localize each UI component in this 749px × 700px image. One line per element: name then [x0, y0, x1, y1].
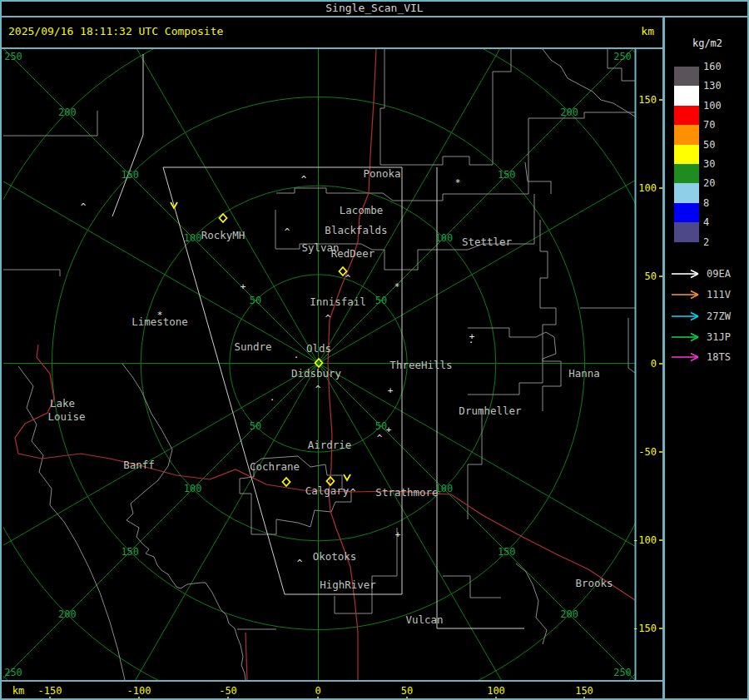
scale-color-swatch: [674, 222, 699, 241]
ring-label: 200: [560, 608, 578, 620]
town-marker: ^: [297, 558, 303, 568]
town-marker: *: [394, 281, 400, 292]
city-label: Brooks: [575, 577, 613, 589]
window-title: Single_Scan_VIL: [2, 2, 747, 17]
bottom-axis-label: 50: [401, 685, 413, 697]
radar-viewer-window: Single_Scan_VIL 2025/09/16 18:11:32 UTC …: [0, 0, 749, 700]
scale-color-swatch: [674, 67, 699, 86]
scale-color-swatch: [674, 145, 699, 164]
scale-tick-label: 50: [703, 139, 715, 151]
ring-label: 250: [613, 51, 632, 62]
right-axis-unit-label: km: [641, 25, 654, 37]
radar-arrow-icon: [670, 311, 703, 321]
scale-tick-label: 8: [703, 197, 709, 209]
legend-panel: kg/m2 16013010070503020842 09EA111V27ZW3…: [662, 17, 749, 698]
scale-color-swatch: [674, 164, 699, 183]
city-label: HighRiver: [320, 578, 376, 591]
radar-id-label: 111V: [707, 289, 731, 300]
city-label: Ponoka: [363, 167, 400, 180]
town-marker: ·: [270, 395, 275, 405]
scale-tick-label: 100: [703, 100, 722, 112]
town-marker: ^: [377, 433, 383, 444]
right-axis-label: -150: [632, 623, 657, 634]
town-marker: ^: [345, 273, 351, 284]
status-header: 2025/09/16 18:11:32 UTC Composite km: [2, 17, 662, 49]
bottom-axis-label: -150: [38, 685, 62, 697]
city-label: Hanna: [568, 367, 600, 380]
town-marker: ·: [294, 352, 300, 363]
ring-label: 100: [184, 232, 202, 244]
ring-label: 100: [435, 483, 454, 494]
right-axis-label: 150: [638, 94, 657, 106]
scale-color-swatch: [674, 203, 699, 222]
city-label: RockyMH: [201, 229, 246, 241]
scale-tick-label: 2: [703, 236, 709, 248]
bottom-axis-label: -50: [219, 685, 237, 697]
radar-arrow-icon: [670, 352, 703, 362]
bottom-axis-unit-label: km: [12, 685, 24, 697]
radar-id-label: 18TS: [707, 351, 731, 363]
radar-map-canvas[interactable]: ^^^^^^^^^+++++***···PonokaLacombeBlackfa…: [2, 49, 662, 700]
legend-unit-label: kg/m2: [665, 37, 749, 49]
city-label: Blackfalds: [325, 224, 387, 236]
ring-label: 150: [121, 169, 139, 181]
city-label: Louise: [47, 410, 85, 423]
scale-tick-label: 130: [703, 80, 722, 92]
radar-id-label: 27ZW: [707, 310, 731, 322]
ring-label: 50: [250, 295, 261, 306]
ring-label: 50: [375, 295, 387, 306]
radar-arrow-icon: [670, 269, 703, 279]
town-marker: ^: [350, 487, 356, 498]
bottom-axis-label: 150: [575, 685, 593, 697]
right-axis-label: 0: [651, 358, 657, 370]
city-label: Didsbury: [291, 367, 342, 380]
right-axis-label: 100: [638, 182, 657, 194]
bottom-axis-label: -100: [127, 685, 151, 697]
city-label: Olds: [306, 342, 331, 355]
town-marker: ^: [325, 313, 331, 324]
city-label: Sundre: [234, 340, 271, 353]
ring-label: 50: [375, 420, 387, 432]
town-marker: ^: [81, 201, 87, 212]
town-marker: ^: [315, 384, 321, 395]
city-label: Innisfail: [310, 295, 366, 308]
ring-label: 150: [121, 546, 139, 558]
bottom-axis-label: 0: [315, 685, 320, 697]
radar-id-label: 09EA: [707, 268, 731, 280]
scale-color-swatch: [674, 183, 699, 202]
ring-label: 250: [613, 667, 632, 678]
scale-tick-label: 20: [703, 177, 715, 189]
ring-label: 250: [4, 51, 22, 62]
city-label: Cochrane: [250, 460, 300, 473]
ring-label: 200: [58, 107, 77, 118]
ring-label: 50: [250, 420, 261, 432]
town-marker: ^: [301, 174, 307, 185]
ring-label: 150: [498, 169, 516, 181]
city-label: Drumheller: [459, 405, 522, 417]
scale-tick-label: 160: [703, 61, 722, 72]
ring-label: 150: [498, 546, 516, 558]
city-label: Banff: [123, 459, 155, 471]
scale-color-swatch: [674, 106, 699, 125]
city-label: Airdrie: [308, 439, 352, 451]
scale-tick-label: 70: [703, 119, 715, 131]
ring-label: 250: [4, 667, 22, 678]
city-label: Lacombe: [340, 204, 384, 216]
city-label: RedDeer: [331, 247, 375, 260]
city-label: Calgary: [305, 484, 350, 497]
town-marker: +: [395, 529, 401, 540]
town-marker: ^: [285, 226, 290, 237]
city-label: ThreeHills: [389, 359, 452, 371]
city-label: Lake: [50, 397, 75, 410]
ring-label: 100: [184, 483, 202, 494]
town-marker: +: [388, 385, 394, 396]
city-label: Vulcan: [405, 613, 443, 626]
town-marker: *: [455, 177, 461, 188]
town-marker: ·: [469, 337, 474, 348]
right-axis-label: -100: [632, 534, 657, 546]
scale-tick-label: 4: [703, 216, 709, 228]
radar-arrow-icon: [670, 332, 703, 342]
right-axis-label: -50: [638, 446, 657, 458]
scan-timestamp: 2025/09/16 18:11:32 UTC Composite: [8, 25, 223, 37]
city-label: Strathmore: [375, 486, 438, 499]
